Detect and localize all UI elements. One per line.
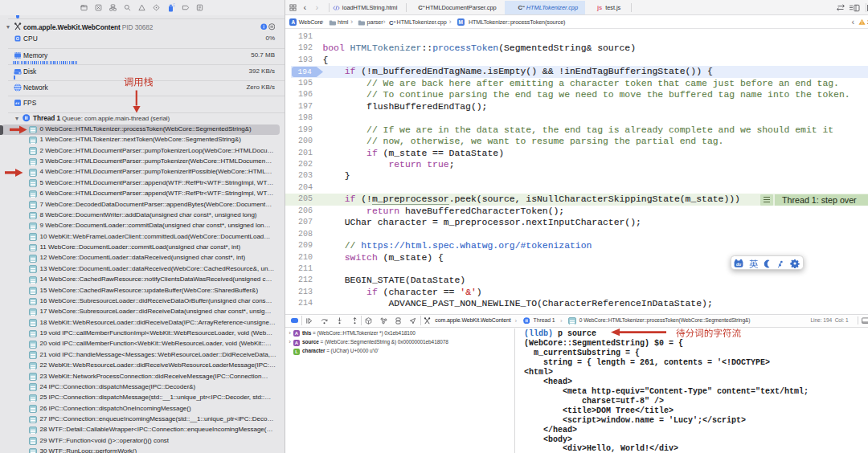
svg-text:du: du — [736, 262, 742, 267]
